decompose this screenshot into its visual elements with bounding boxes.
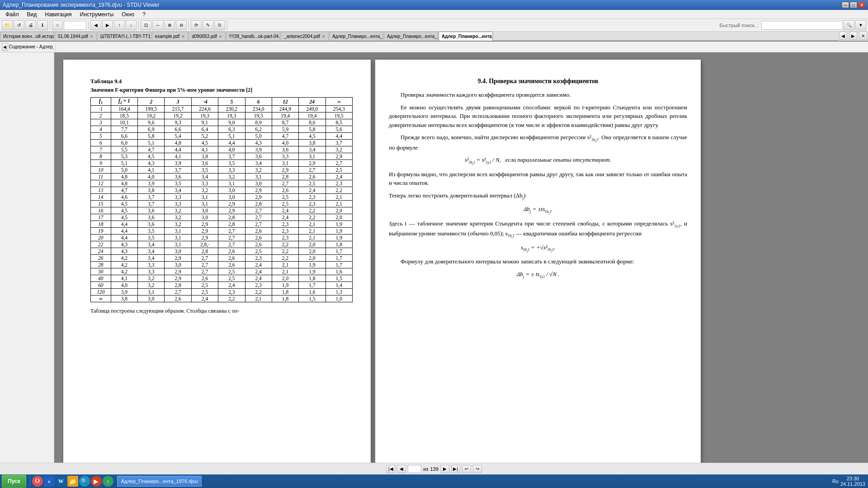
table-cell: 3,0 xyxy=(245,180,272,187)
tabs-next[interactable]: ▶ xyxy=(849,32,857,40)
tab-2[interactable]: ШТБТВТА!!!-|..!-ТВ!!-ТТ1.pdf✕ xyxy=(97,32,151,41)
tab-close-6[interactable]: ✕ xyxy=(322,34,326,39)
separator1 xyxy=(50,21,50,30)
table-cell: 4,2 xyxy=(111,255,137,262)
table-cell: 3,1 xyxy=(299,153,326,160)
table-cell: 2,8 xyxy=(272,174,298,180)
tab-9[interactable]: Адлер_Планиро...ента_1976.djvu✕ xyxy=(439,32,493,41)
refresh-button[interactable]: ↺ xyxy=(14,20,24,30)
fit-page[interactable]: ⊡ xyxy=(141,20,151,30)
col-header-12: 12 xyxy=(272,98,298,106)
tab-5[interactable]: !!!!39_handb...ok-part-04.pdf✕ xyxy=(226,32,280,41)
table-cell: 3,9 xyxy=(245,146,272,153)
zoom-btn-circle[interactable]: ○ xyxy=(52,20,63,30)
table-cell: 2,1 xyxy=(272,268,298,275)
ie-icon[interactable]: O xyxy=(32,476,43,487)
table-cell: 3,4 xyxy=(138,241,165,248)
stdu-taskbar-btn[interactable]: Адлер_Планиро...ента_1976.djvu xyxy=(117,476,202,487)
nav-next[interactable]: ↓ xyxy=(126,20,137,30)
ie-icon2[interactable]: e xyxy=(44,476,55,487)
rotate[interactable]: ⟳ xyxy=(191,20,202,30)
table-cell: 1,5 xyxy=(326,275,352,282)
table-cell: 40 xyxy=(91,275,111,282)
player-taskbar-icon[interactable]: ♪ xyxy=(103,476,113,487)
tab-3[interactable]: example.pdf✕ xyxy=(152,32,188,41)
folder-taskbar-icon[interactable]: 📁 xyxy=(67,476,78,487)
table-cell: 3,7 xyxy=(218,153,245,160)
nav-first[interactable]: |◀ xyxy=(386,465,395,473)
table-cell: 2,5 xyxy=(191,289,218,296)
nav-forward[interactable]: ▶ xyxy=(102,20,113,30)
table-cell: 3,4 xyxy=(138,248,165,255)
menu-window[interactable]: Окно xyxy=(118,10,138,19)
table-cell: 3,9 xyxy=(111,289,137,296)
table-cell: 4,4 xyxy=(111,235,137,241)
page-number-input[interactable]: 76 xyxy=(408,465,421,473)
table-cell: 4,4 xyxy=(165,146,191,153)
menu-navigation[interactable]: Навигация xyxy=(41,10,75,19)
zoom-in[interactable]: ⊕ xyxy=(164,20,175,30)
menu-file[interactable]: Файл xyxy=(2,10,23,19)
table-cell: 3,5 xyxy=(138,235,165,241)
search-button[interactable]: 🔍 xyxy=(844,20,854,30)
search-input[interactable] xyxy=(761,21,843,30)
start-button[interactable]: Пуск xyxy=(2,475,26,488)
table-cell: 5,3 xyxy=(111,153,137,160)
table-cell: 2,7 xyxy=(218,241,245,248)
info-button[interactable]: ℹ xyxy=(37,20,48,30)
tab-close-3[interactable]: ✕ xyxy=(181,34,185,39)
tab-close-4[interactable]: ✕ xyxy=(219,34,222,39)
tab-8[interactable]: Адлер_Планиро...ента_1976.djvu✕ xyxy=(384,32,438,41)
tabs-prev[interactable]: ◀ xyxy=(839,32,847,40)
nav-prev[interactable]: ↑ xyxy=(114,20,125,30)
media-taskbar-icon[interactable]: ▶ xyxy=(91,476,102,487)
mark[interactable]: ✎ xyxy=(203,20,213,30)
menu-help[interactable]: ? xyxy=(139,10,149,19)
zoom-out[interactable]: ⊖ xyxy=(176,20,187,30)
nav-prev-page[interactable]: ◀ xyxy=(397,465,406,473)
table-cell: 4,1 xyxy=(111,275,137,282)
menu-view[interactable]: Вид xyxy=(24,10,41,19)
search-options[interactable]: ▼ xyxy=(855,20,866,30)
table-cell: 2,9 xyxy=(191,221,218,228)
document-content[interactable]: Таблица 9.4 Значения F-критерия Фишера п… xyxy=(54,52,868,463)
table-row: 244,33,43,02,82,62,52,22,01,7 xyxy=(91,248,353,255)
tab-7[interactable]: Адлер_Планиро...ента_1976.djvu✕ xyxy=(329,32,383,41)
search-taskbar-icon[interactable]: 🔍 xyxy=(79,476,90,487)
table-cell: 1,8 xyxy=(326,241,352,248)
menu-tools[interactable]: Инструменты xyxy=(76,10,118,19)
tab-close-1[interactable]: ✕ xyxy=(90,34,94,39)
tab-1[interactable]: 01.06.1944.pdf✕ xyxy=(55,32,97,41)
col-header-f1: f1 xyxy=(91,98,111,106)
print-button[interactable]: 🖨 xyxy=(25,20,36,30)
table-cell: 22 xyxy=(91,241,111,248)
nav-next-page[interactable]: ▶ xyxy=(440,465,449,473)
table-cell: 2,0 xyxy=(299,241,326,248)
tabs-close-all[interactable]: ✕ xyxy=(859,32,867,40)
open-button[interactable]: 📁 xyxy=(2,20,13,30)
nav-last[interactable]: ▶| xyxy=(451,465,460,473)
table-cell: 2,4 xyxy=(326,174,352,180)
table-cell: 3,2 xyxy=(245,167,272,174)
nav-back[interactable]: ↩ xyxy=(462,465,471,473)
nav-back[interactable]: ◀ xyxy=(90,20,101,30)
table-cell: 2 xyxy=(91,113,111,119)
tab-4[interactable]: d090053.pdf✕ xyxy=(189,32,226,41)
maximize-button[interactable]: □ xyxy=(850,2,857,8)
table-cell: 2,7 xyxy=(272,180,298,187)
close-button[interactable]: ✕ xyxy=(858,2,865,8)
fit-width[interactable]: ↔ xyxy=(152,20,163,30)
table-cell: 1,6 xyxy=(326,268,352,275)
copy[interactable]: ⎘ xyxy=(214,20,225,30)
table-cell: 8,7 xyxy=(272,119,298,126)
tab-6[interactable]: _antonec2004.pdf✕ xyxy=(281,32,329,41)
table-cell: 3,3 xyxy=(272,153,298,160)
word-taskbar-icon[interactable]: W xyxy=(56,476,66,487)
tab-0[interactable]: История воен...ой истории.pdf✕ xyxy=(0,32,54,41)
minimize-button[interactable]: ─ xyxy=(842,2,849,8)
sidebar-collapse[interactable]: ◀ xyxy=(2,43,8,51)
table-cell: 20 xyxy=(91,235,111,241)
table-cell: 6,0 xyxy=(111,140,137,146)
nav-forward-hist[interactable]: ↪ xyxy=(473,465,482,473)
zoom-input[interactable]: 175% xyxy=(64,21,86,30)
